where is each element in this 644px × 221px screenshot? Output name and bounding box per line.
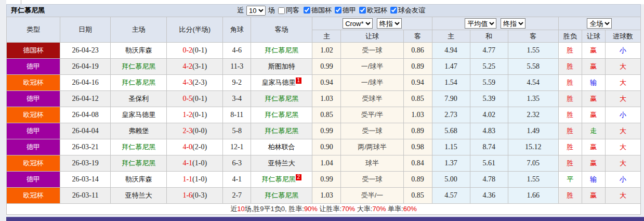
section-divider-bar: [6, 217, 644, 221]
team-name: 拜仁慕尼黑: [265, 46, 298, 54]
competition-checkbox-text: 球会友谊: [398, 6, 425, 15]
league-badge: 德甲: [7, 172, 60, 188]
corners-cell: 4-6: [223, 43, 251, 59]
score-cell: 0-2(0-1): [167, 43, 223, 59]
odds-source-select[interactable]: Crow*: [343, 18, 373, 29]
sub-header-result: 胜负: [558, 30, 582, 43]
match-row: 德甲26-03-14勒沃库森1-1(1-0)4-1拜仁慕尼黑20.99受一球0.…: [7, 172, 641, 188]
competition-checkbox[interactable]: [359, 7, 366, 14]
fulltime-score: 1-6: [182, 191, 192, 199]
odds-away-cell: 0.86: [403, 43, 432, 59]
odds-away-cell: 0.85: [403, 91, 432, 107]
result-cell: 胜: [558, 188, 582, 204]
summary-stat-text: 单率:: [386, 205, 403, 213]
odds-home-cell: 0.99: [312, 123, 341, 139]
competition-checkbox-label[interactable]: 德甲: [333, 6, 356, 15]
match-date: 26-04-23: [60, 43, 111, 59]
handicap-result-cell: 赢: [582, 43, 605, 59]
away-team-cell: 拜仁慕尼黑: [251, 91, 312, 107]
away-team-cell: 拜仁慕尼黑: [251, 107, 312, 123]
avg-draw-cell: 4.02: [470, 107, 508, 123]
summary-stat-text: 场,胜9平1负0, 胜率:: [245, 205, 304, 213]
same-away-checkbox[interactable]: [278, 7, 285, 14]
handicap-result-cell: 赢: [582, 188, 605, 204]
team-name: 拜仁慕尼黑: [265, 111, 298, 119]
avg-draw-cell: 4.83: [470, 123, 508, 139]
competition-checkbox-label[interactable]: 欧冠杯: [357, 6, 387, 15]
home-team-cell: 勒沃库森: [111, 43, 167, 59]
odds-home-cell: 0.90: [312, 139, 341, 155]
col-header-corners: 角球: [223, 17, 251, 43]
corners-cell: 4-1: [223, 172, 251, 188]
result-cell: 胜: [558, 139, 582, 155]
team-match-history-panel: 拜仁慕尼黑 近 10 场 同客 德国杯德甲欧冠杯球会友谊 类型 日期: [6, 4, 641, 215]
avg-draw-cell: 5.61: [470, 155, 508, 172]
fulltime-score: 4-2: [182, 62, 192, 70]
panel-title-bar: 拜仁慕尼黑 近 10 场 同客 德国杯德甲欧冠杯球会友谊: [6, 4, 641, 17]
avg-draw-cell: 8.74: [470, 139, 508, 155]
halftime-score: (3-1): [192, 62, 207, 70]
team-name: 拜仁慕尼黑: [122, 62, 155, 70]
handicap-cell: 两/两球半: [341, 139, 403, 155]
avg-draw-cell: 4.78: [470, 172, 508, 188]
competition-checkbox[interactable]: [390, 7, 397, 14]
sub-header-avg-draw: 和: [470, 30, 508, 43]
competition-checkbox-text: 德国杯: [311, 6, 332, 15]
home-team-cell: 弗赖堡: [111, 123, 167, 139]
league-badge: 德甲: [7, 139, 60, 155]
team-name: 拜仁慕尼黑: [265, 127, 298, 135]
score-cell: 4-1(1-0): [167, 155, 223, 172]
competition-checkbox[interactable]: [335, 7, 341, 14]
match-row: 欧冠杯26-03-11亚特兰大1-6(0-3)2-7拜仁慕尼黑1.03受半/一0…: [7, 188, 641, 204]
score-cell: 0-5(0-1): [167, 91, 223, 107]
summary-stat-text: 大率:: [355, 205, 372, 213]
odds-away-cell: 0.94: [403, 75, 432, 91]
score-cell: 1-2(0-1): [167, 107, 223, 123]
halftime-score: (0-0): [192, 127, 207, 135]
handicap-cell: 一/球半: [341, 75, 403, 91]
halftime-score: (0-1): [192, 46, 207, 54]
competition-checkbox[interactable]: [304, 7, 310, 14]
recent-count-select[interactable]: 10: [246, 6, 266, 16]
match-row: 德甲26-04-12圣保利0-5(0-1)3-4拜仁慕尼黑1.03受球半0.85…: [7, 91, 641, 107]
fulltime-score: 0-2: [182, 46, 192, 54]
avg-home-cell: 1.37: [432, 155, 470, 172]
corners-cell: 3-4: [223, 91, 251, 107]
sub-header-handicap-result: 让球: [582, 30, 605, 43]
league-badge: 德甲: [7, 123, 60, 139]
col-header-type: 类型: [7, 17, 60, 43]
odds-home-cell: 1.03: [312, 91, 341, 107]
avg-away-cell: 7.05: [508, 155, 558, 172]
same-away-checkbox-label[interactable]: 同客: [276, 6, 299, 15]
handicap-result-cell: 输: [582, 75, 605, 91]
corners-cell: 11-3: [223, 59, 251, 75]
summary-row: 近10场,胜9平1负0, 胜率:90% 让胜率:70% 大率:70% 单率:60…: [7, 204, 641, 215]
scope-select[interactable]: 全场: [587, 18, 612, 29]
avg-away-cell: 15.12: [508, 139, 558, 155]
summary-stat-text: 近: [230, 205, 237, 213]
team-name: 皇家马德里: [122, 111, 155, 119]
score-cell: 2-3(0-0): [167, 123, 223, 139]
avg-draw-cell: 5.59: [470, 75, 508, 91]
handicap-cell: 受一球: [341, 172, 403, 188]
halftime-score: (1-0): [192, 159, 207, 167]
result-cell: 胜: [558, 155, 582, 172]
odds-away-cell: 0.98: [403, 139, 432, 155]
result-cell: 胜: [558, 91, 582, 107]
odds-stage-select[interactable]: 终指: [377, 18, 402, 29]
competition-checkbox-label[interactable]: 球会友谊: [388, 6, 425, 15]
team-name: 斯图加特: [268, 62, 295, 70]
corners-cell: 2-7: [223, 188, 251, 204]
team-name: 拜仁慕尼黑: [122, 143, 155, 151]
match-date: 26-03-19: [60, 155, 111, 172]
avg-home-cell: 5.00: [432, 172, 470, 188]
home-team-cell: 勒沃库森: [111, 172, 167, 188]
handicap-result-cell: 赢: [582, 91, 605, 107]
match-date: 26-04-04: [60, 123, 111, 139]
team-name: 勒沃库森: [125, 46, 152, 54]
avg-stage-select[interactable]: 终指: [501, 18, 525, 29]
avg-source-select[interactable]: 平均值: [465, 18, 496, 29]
odds-away-cell: 1.03: [403, 107, 432, 123]
competition-checkbox-label[interactable]: 德国杯: [301, 6, 332, 15]
home-team-cell: 拜仁慕尼黑: [111, 75, 167, 91]
